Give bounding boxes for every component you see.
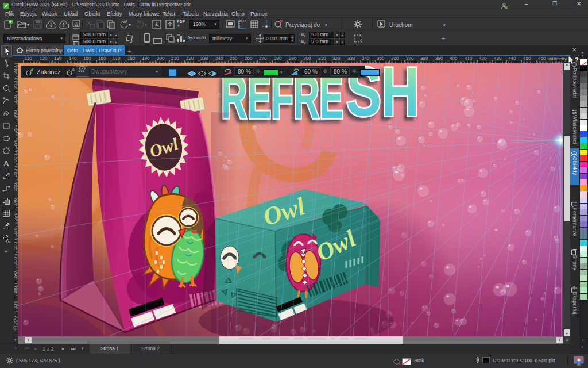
svg-text:?: ? [575, 56, 579, 63]
svg-text:A: A [3, 159, 9, 168]
svg-text:6: 6 [72, 68, 75, 72]
